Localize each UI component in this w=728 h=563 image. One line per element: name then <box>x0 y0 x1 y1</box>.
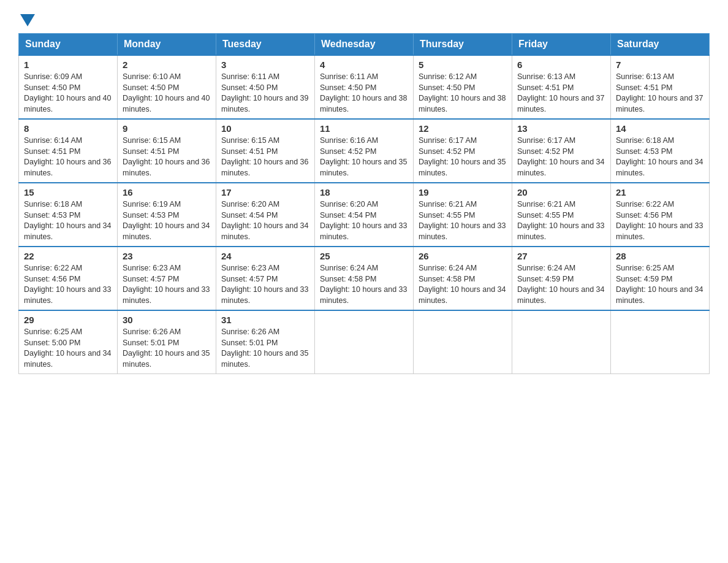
day-cell-23: 23Sunrise: 6:23 AMSunset: 4:57 PMDayligh… <box>118 247 216 310</box>
empty-cell <box>315 310 414 374</box>
day-info: Sunrise: 6:16 AMSunset: 4:52 PMDaylight:… <box>320 136 408 178</box>
day-info: Sunrise: 6:10 AMSunset: 4:50 PMDaylight:… <box>123 72 211 115</box>
day-cell-22: 22Sunrise: 6:22 AMSunset: 4:56 PMDayligh… <box>19 247 118 310</box>
day-info: Sunrise: 6:25 AMSunset: 5:00 PMDaylight:… <box>24 327 112 370</box>
week-row-5: 29Sunrise: 6:25 AMSunset: 5:00 PMDayligh… <box>19 310 710 374</box>
week-row-4: 22Sunrise: 6:22 AMSunset: 4:56 PMDayligh… <box>19 247 710 310</box>
day-cell-1: 1Sunrise: 6:09 AMSunset: 4:50 PMDaylight… <box>19 55 118 119</box>
day-info: Sunrise: 6:11 AMSunset: 4:50 PMDaylight:… <box>221 72 309 115</box>
day-info: Sunrise: 6:25 AMSunset: 4:59 PMDaylight:… <box>616 263 704 306</box>
day-cell-26: 26Sunrise: 6:24 AMSunset: 4:58 PMDayligh… <box>414 247 512 310</box>
day-cell-3: 3Sunrise: 6:11 AMSunset: 4:50 PMDaylight… <box>216 55 315 119</box>
calendar-header-row: SundayMondayTuesdayWednesdayThursdayFrid… <box>19 34 710 56</box>
day-number: 25 <box>320 251 408 261</box>
day-number: 22 <box>24 251 112 261</box>
day-number: 23 <box>123 251 211 261</box>
day-info: Sunrise: 6:23 AMSunset: 4:57 PMDaylight:… <box>221 263 309 306</box>
week-row-3: 15Sunrise: 6:18 AMSunset: 4:53 PMDayligh… <box>19 183 710 247</box>
calendar-table: SundayMondayTuesdayWednesdayThursdayFrid… <box>18 33 710 374</box>
day-cell-18: 18Sunrise: 6:20 AMSunset: 4:54 PMDayligh… <box>315 183 414 247</box>
day-cell-24: 24Sunrise: 6:23 AMSunset: 4:57 PMDayligh… <box>216 247 315 310</box>
day-info: Sunrise: 6:22 AMSunset: 4:56 PMDaylight:… <box>616 199 704 242</box>
day-number: 3 <box>221 59 309 70</box>
day-info: Sunrise: 6:26 AMSunset: 5:01 PMDaylight:… <box>123 327 211 370</box>
day-number: 16 <box>123 187 211 197</box>
col-header-thursday: Thursday <box>414 34 512 56</box>
day-info: Sunrise: 6:09 AMSunset: 4:50 PMDaylight:… <box>24 72 112 115</box>
day-cell-9: 9Sunrise: 6:15 AMSunset: 4:51 PMDaylight… <box>118 119 216 183</box>
day-cell-31: 31Sunrise: 6:26 AMSunset: 5:01 PMDayligh… <box>216 310 315 374</box>
col-header-friday: Friday <box>512 34 611 56</box>
day-cell-21: 21Sunrise: 6:22 AMSunset: 4:56 PMDayligh… <box>611 183 710 247</box>
day-info: Sunrise: 6:20 AMSunset: 4:54 PMDaylight:… <box>320 199 408 242</box>
day-number: 21 <box>616 187 704 197</box>
day-cell-8: 8Sunrise: 6:14 AMSunset: 4:51 PMDaylight… <box>19 119 118 183</box>
day-number: 15 <box>24 187 112 197</box>
day-number: 10 <box>221 123 309 134</box>
day-number: 24 <box>221 251 309 261</box>
day-info: Sunrise: 6:12 AMSunset: 4:50 PMDaylight:… <box>419 72 507 115</box>
day-number: 7 <box>616 59 704 70</box>
day-info: Sunrise: 6:20 AMSunset: 4:54 PMDaylight:… <box>221 199 309 242</box>
day-cell-19: 19Sunrise: 6:21 AMSunset: 4:55 PMDayligh… <box>414 183 512 247</box>
day-number: 18 <box>320 187 408 197</box>
day-number: 17 <box>221 187 309 197</box>
day-cell-5: 5Sunrise: 6:12 AMSunset: 4:50 PMDaylight… <box>414 55 512 119</box>
day-info: Sunrise: 6:11 AMSunset: 4:50 PMDaylight:… <box>320 72 408 115</box>
day-info: Sunrise: 6:21 AMSunset: 4:55 PMDaylight:… <box>419 199 507 242</box>
day-info: Sunrise: 6:18 AMSunset: 4:53 PMDaylight:… <box>24 199 112 242</box>
day-info: Sunrise: 6:18 AMSunset: 4:53 PMDaylight:… <box>616 136 704 178</box>
day-info: Sunrise: 6:26 AMSunset: 5:01 PMDaylight:… <box>221 327 309 370</box>
day-cell-16: 16Sunrise: 6:19 AMSunset: 4:53 PMDayligh… <box>118 183 216 247</box>
col-header-sunday: Sunday <box>19 34 118 56</box>
col-header-monday: Monday <box>118 34 216 56</box>
logo-area <box>18 12 37 22</box>
day-info: Sunrise: 6:24 AMSunset: 4:58 PMDaylight:… <box>419 263 507 306</box>
day-cell-7: 7Sunrise: 6:13 AMSunset: 4:51 PMDaylight… <box>611 55 710 119</box>
day-info: Sunrise: 6:15 AMSunset: 4:51 PMDaylight:… <box>123 136 211 178</box>
week-row-2: 8Sunrise: 6:14 AMSunset: 4:51 PMDaylight… <box>19 119 710 183</box>
day-number: 28 <box>616 251 704 261</box>
day-info: Sunrise: 6:14 AMSunset: 4:51 PMDaylight:… <box>24 136 112 178</box>
day-cell-25: 25Sunrise: 6:24 AMSunset: 4:58 PMDayligh… <box>315 247 414 310</box>
day-number: 27 <box>517 251 605 261</box>
day-cell-17: 17Sunrise: 6:20 AMSunset: 4:54 PMDayligh… <box>216 183 315 247</box>
day-cell-15: 15Sunrise: 6:18 AMSunset: 4:53 PMDayligh… <box>19 183 118 247</box>
day-info: Sunrise: 6:21 AMSunset: 4:55 PMDaylight:… <box>517 199 605 242</box>
day-info: Sunrise: 6:17 AMSunset: 4:52 PMDaylight:… <box>419 136 507 178</box>
day-number: 2 <box>123 59 211 70</box>
day-number: 30 <box>123 315 211 325</box>
day-number: 31 <box>221 315 309 325</box>
day-cell-6: 6Sunrise: 6:13 AMSunset: 4:51 PMDaylight… <box>512 55 611 119</box>
day-info: Sunrise: 6:13 AMSunset: 4:51 PMDaylight:… <box>616 72 704 115</box>
day-info: Sunrise: 6:15 AMSunset: 4:51 PMDaylight:… <box>221 136 309 178</box>
day-cell-30: 30Sunrise: 6:26 AMSunset: 5:01 PMDayligh… <box>118 310 216 374</box>
day-cell-27: 27Sunrise: 6:24 AMSunset: 4:59 PMDayligh… <box>512 247 611 310</box>
day-cell-12: 12Sunrise: 6:17 AMSunset: 4:52 PMDayligh… <box>414 119 512 183</box>
day-cell-10: 10Sunrise: 6:15 AMSunset: 4:51 PMDayligh… <box>216 119 315 183</box>
day-number: 5 <box>419 59 507 70</box>
day-number: 4 <box>320 59 408 70</box>
day-info: Sunrise: 6:22 AMSunset: 4:56 PMDaylight:… <box>24 263 112 306</box>
day-number: 11 <box>320 123 408 134</box>
day-number: 19 <box>419 187 507 197</box>
logo <box>18 12 37 25</box>
day-number: 14 <box>616 123 704 134</box>
empty-cell <box>512 310 611 374</box>
day-info: Sunrise: 6:24 AMSunset: 4:59 PMDaylight:… <box>517 263 605 306</box>
day-info: Sunrise: 6:24 AMSunset: 4:58 PMDaylight:… <box>320 263 408 306</box>
col-header-wednesday: Wednesday <box>315 34 414 56</box>
day-number: 6 <box>517 59 605 70</box>
logo-triangle-icon <box>20 14 35 26</box>
day-number: 29 <box>24 315 112 325</box>
day-number: 20 <box>517 187 605 197</box>
day-cell-11: 11Sunrise: 6:16 AMSunset: 4:52 PMDayligh… <box>315 119 414 183</box>
day-number: 12 <box>419 123 507 134</box>
day-info: Sunrise: 6:23 AMSunset: 4:57 PMDaylight:… <box>123 263 211 306</box>
day-info: Sunrise: 6:13 AMSunset: 4:51 PMDaylight:… <box>517 72 605 115</box>
page-header <box>18 12 710 22</box>
day-cell-14: 14Sunrise: 6:18 AMSunset: 4:53 PMDayligh… <box>611 119 710 183</box>
day-number: 13 <box>517 123 605 134</box>
day-cell-4: 4Sunrise: 6:11 AMSunset: 4:50 PMDaylight… <box>315 55 414 119</box>
day-cell-13: 13Sunrise: 6:17 AMSunset: 4:52 PMDayligh… <box>512 119 611 183</box>
